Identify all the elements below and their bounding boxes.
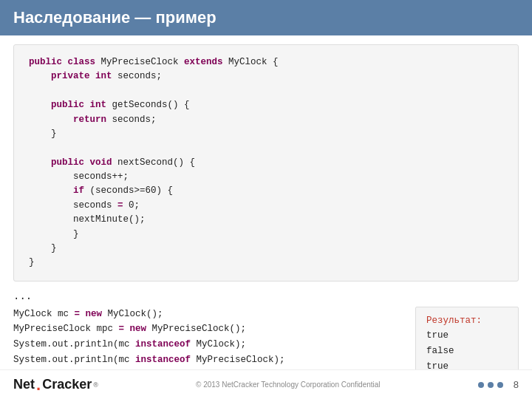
footer-copyright: © 2013 NetCracker Technology Corporation… [196, 381, 381, 389]
logo-cracker: Cracker [42, 377, 92, 392]
logo-dot: . [36, 375, 41, 395]
code-line: public int getSeconds() { [29, 98, 503, 112]
nav-dot-3 [497, 382, 503, 388]
code-line: } [29, 127, 503, 141]
code-line: return seconds; [29, 113, 503, 127]
code-line: MyPreciseClock mpc = new MyPreciseClock(… [13, 321, 408, 337]
code-line: } [29, 256, 503, 270]
code-line: nextMinute(); [29, 213, 503, 227]
result-label: Результат: [426, 313, 508, 329]
code-line: seconds = 0; [29, 199, 503, 213]
footer: Net.Cracker ® © 2013 NetCracker Technolo… [0, 369, 532, 399]
code-line: } [29, 242, 503, 256]
nav-dot-1 [478, 382, 484, 388]
dots-line: ... [13, 289, 519, 305]
nav-dot-2 [488, 382, 494, 388]
dot-navigation [478, 382, 503, 388]
code-line [29, 141, 503, 155]
code-line: private int seconds; [29, 69, 503, 83]
main-content: public class MyPreciseClock extends MyCl… [0, 35, 532, 369]
slide-header: Наследование — пример [0, 0, 532, 35]
code-line: public void nextSecond() { [29, 156, 503, 170]
code-line [29, 84, 503, 98]
result-value-1: true [426, 328, 508, 344]
logo: Net.Cracker ® [13, 375, 98, 395]
logo-net: Net [13, 377, 35, 392]
code-line: public class MyPreciseClock extends MyCl… [29, 55, 503, 69]
code-line: System.out.println(mc instanceof MyClock… [13, 337, 408, 352]
code-line: if (seconds>=60) { [29, 184, 503, 198]
code-box: public class MyPreciseClock extends MyCl… [13, 44, 519, 282]
code-line: MyClock mc = new MyClock(); [13, 307, 408, 322]
code-line: System.out.println(mc instanceof MyPreci… [13, 352, 408, 368]
page-number: 8 [514, 379, 519, 390]
logo-registered: ® [93, 381, 98, 389]
result-value-2: false [426, 344, 508, 359]
footer-right: 8 [478, 379, 519, 390]
header-title: Наследование — пример [13, 8, 216, 27]
code-line: seconds++; [29, 170, 503, 184]
code-line: } [29, 228, 503, 242]
